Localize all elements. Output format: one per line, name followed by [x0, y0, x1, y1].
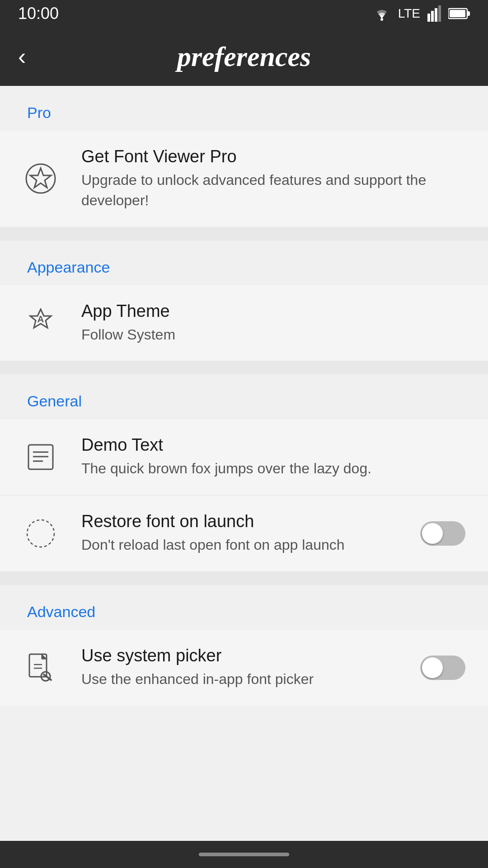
svg-rect-1 — [427, 14, 430, 22]
pref-text-restore-font: Restore font on launch Don't reload last… — [81, 512, 407, 555]
pref-subtitle-restore-font: Don't reload last open font on app launc… — [81, 535, 407, 555]
pref-title-restore-font: Restore font on launch — [81, 512, 407, 531]
pref-subtitle-system-picker: Use the enhanced in-app font picker — [81, 669, 407, 689]
section-header-advanced: Advanced — [0, 585, 488, 630]
toggle-system-picker[interactable] — [420, 656, 465, 680]
file-picker-icon — [23, 650, 59, 686]
pref-title-demo-text: Demo Text — [81, 435, 465, 455]
app-bar: ‹ preferences — [0, 27, 488, 86]
svg-rect-2 — [431, 11, 434, 22]
bottom-bar — [0, 841, 488, 868]
pref-text-app-theme: App Theme Follow System — [81, 302, 465, 345]
svg-rect-4 — [438, 5, 441, 22]
section-items-appearance: A App Theme Follow System — [0, 285, 488, 361]
pref-title-app-theme: App Theme — [81, 302, 465, 321]
app-title: preferences — [177, 41, 311, 73]
pref-item-restore-font[interactable]: Restore font on launch Don't reload last… — [0, 495, 488, 571]
pref-text-demo-text: Demo Text The quick brown fox jumps over… — [81, 435, 465, 479]
clock-icon — [23, 515, 59, 552]
section-appearance: Appearance A App Theme Follow System — [0, 241, 488, 361]
wifi-icon — [373, 6, 391, 21]
section-header-appearance: Appearance — [0, 241, 488, 285]
status-time: 10:00 — [18, 4, 59, 23]
section-items-general: Demo Text The quick brown fox jumps over… — [0, 419, 488, 571]
home-indicator — [199, 853, 289, 856]
section-items-pro: Get Font Viewer Pro Upgrade to unlock ad… — [0, 131, 488, 227]
pref-item-app-theme[interactable]: A App Theme Follow System — [0, 285, 488, 361]
lte-label: LTE — [398, 6, 420, 21]
svg-marker-9 — [30, 168, 51, 188]
svg-rect-7 — [450, 10, 465, 17]
battery-icon — [448, 7, 470, 20]
toggle-switch-system-picker[interactable] — [420, 656, 465, 680]
pref-title-system-picker: Use system picker — [81, 646, 407, 665]
signal-icon — [427, 5, 441, 22]
pref-text-system-picker: Use system picker Use the enhanced in-ap… — [81, 646, 407, 689]
section-items-advanced: Use system picker Use the enhanced in-ap… — [0, 630, 488, 706]
status-bar: 10:00 LTE — [0, 0, 488, 27]
svg-point-0 — [380, 18, 383, 21]
brightness-icon: A — [23, 305, 59, 341]
pref-subtitle-get-pro: Upgrade to unlock advanced features and … — [81, 170, 465, 211]
content: Pro Get Font Viewer Pro Upgrade to unloc… — [0, 86, 488, 706]
section-header-general: General — [0, 374, 488, 419]
back-button[interactable]: ‹ — [18, 45, 26, 68]
toggle-switch-restore-font[interactable] — [420, 521, 465, 546]
section-advanced: Advanced Use system picker — [0, 585, 488, 706]
section-pro: Pro Get Font Viewer Pro Upgrade to unloc… — [0, 86, 488, 227]
svg-text:A: A — [38, 314, 44, 324]
toggle-restore-font[interactable] — [420, 521, 465, 546]
pref-text-get-pro: Get Font Viewer Pro Upgrade to unlock ad… — [81, 147, 465, 211]
pref-title-get-pro: Get Font Viewer Pro — [81, 147, 465, 166]
section-header-pro: Pro — [0, 86, 488, 131]
star-icon — [23, 160, 59, 197]
status-icons: LTE — [373, 5, 470, 22]
pref-subtitle-demo-text: The quick brown fox jumps over the lazy … — [81, 458, 465, 479]
text-icon — [23, 439, 59, 475]
section-general: General Demo Text The quick brown fox ju… — [0, 374, 488, 571]
svg-rect-3 — [435, 8, 437, 22]
svg-rect-6 — [467, 11, 470, 16]
pref-item-get-pro[interactable]: Get Font Viewer Pro Upgrade to unlock ad… — [0, 131, 488, 227]
svg-point-16 — [27, 520, 54, 547]
section-gap-1 — [0, 227, 488, 241]
pref-item-demo-text[interactable]: Demo Text The quick brown fox jumps over… — [0, 419, 488, 495]
pref-subtitle-app-theme: Follow System — [81, 325, 465, 345]
section-gap-3 — [0, 571, 488, 585]
pref-item-system-picker[interactable]: Use system picker Use the enhanced in-ap… — [0, 630, 488, 706]
section-gap-2 — [0, 361, 488, 374]
